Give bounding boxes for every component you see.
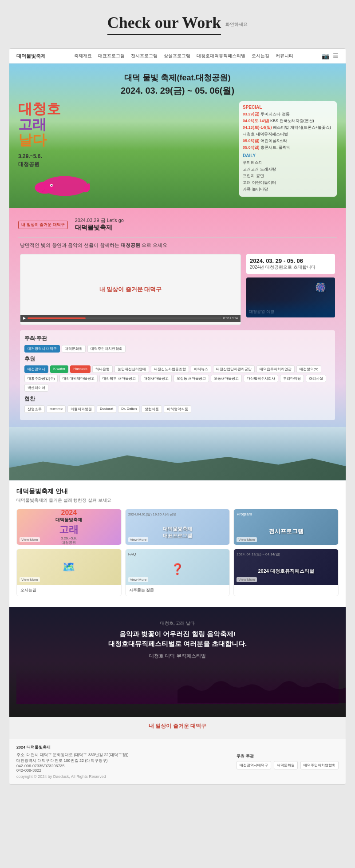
sp-18: 조리시설 — [306, 375, 326, 382]
dark-section: 대청호, 고래 날다 음악과 벚꽃이 어우러진 힐링 음악축제! 대청호대뮤직페… — [9, 607, 346, 717]
hero-left: 대청호 고래 날다 3.29.~5.6. 대청공원 — [18, 101, 235, 199]
date-badge: 2024. 03. 29 - 05. 06 2024년 대청공원으로 초대합니다 — [246, 254, 335, 274]
video-play-icon[interactable]: ▶ — [23, 316, 26, 320]
sp-5: 대전신노사협동조합 — [151, 365, 189, 373]
footer-host-label: 주최·주관 대전광역시대덕구 대덕문화원 대덕주민자치연합회 — [237, 753, 339, 769]
sp-3: 하나은행 — [92, 365, 113, 373]
menu-icon[interactable]: ☰ — [333, 52, 339, 59]
card-view-3[interactable]: View More — [20, 577, 40, 582]
host-label: 주최·주관 — [24, 335, 331, 342]
card-label-1: 2024.04.01(일) 19:30 시작공연 — [128, 512, 177, 517]
footer-banner: 내 일상이 즐거운 대덕구 — [9, 717, 346, 739]
sp-16: 다산밸락수시회사 — [244, 375, 278, 382]
nav-item-5[interactable]: 오시는길 — [252, 53, 269, 59]
divider — [18, 237, 337, 238]
info-card-1[interactable]: 2024.04.01(일) 19:30 시작공연 대덕물빛축제대표프로그램 Vi… — [125, 509, 230, 545]
dark-brand: 대청호 대덕 뮤직페스티벌 — [16, 653, 339, 659]
hero-title: 대덕 물빛 축제(feat.대청공원) — [18, 72, 337, 83]
sponsor-label: 후원 — [24, 355, 331, 363]
fireworks-decoration: 🎆 — [315, 282, 326, 293]
instagram-icon[interactable]: 📷 — [322, 52, 329, 59]
card-view-0[interactable]: View More — [20, 537, 40, 542]
page-title: Check our Work — [107, 13, 221, 35]
festival-date-lets-go: 2024.03.29 금 Let's go — [75, 217, 124, 224]
video-progress-bar[interactable] — [28, 317, 221, 319]
cl-0: 산영소주 — [24, 405, 45, 413]
hero-text-3: 날다 — [18, 132, 47, 148]
hero-schedule: SPECIAL 03.29(금) 루미페스타 점등 04.06(토-14일) K… — [239, 101, 337, 199]
footer-logo-2: 대덕주민자치연합회 — [300, 761, 339, 769]
host-0: 대전광역시 대덕구 — [24, 345, 60, 353]
nav-items: 축제개요 대표프로그램 전시프로그램 상설프로그램 대청호대덕뮤직페스티벌 오시… — [53, 53, 315, 59]
daily-0: 루미페스디 — [243, 160, 333, 166]
info-title: 대덕물빛축제 안내 — [16, 488, 339, 495]
cl-6: 이히영약식품 — [164, 405, 191, 413]
svg-point-1 — [35, 182, 55, 194]
festival-intro: 내 일상이 즐거운 대덕구 2024.03.29 금 Let's go 대덕물빛… — [18, 217, 337, 232]
footer-logo-0: 대전광역시대덕구 — [237, 761, 271, 769]
collab-label: 협찬 — [24, 395, 331, 403]
collab-section: 협찬 산영소주 memmo 아웰지과방원 Doctorat Dr. Delion… — [24, 395, 331, 413]
card-view-1[interactable]: View More — [128, 537, 149, 542]
sp-10: 대홍주화공업(주) — [24, 375, 58, 382]
sp-7: 대전산업단지관리공단 — [213, 365, 255, 373]
nav-item-0[interactable]: 축제개요 — [74, 53, 92, 59]
card-img-program2: Program 전시프로그램 View More — [234, 509, 338, 545]
sp-11: 대전대덕체마을공고 — [59, 375, 98, 382]
page-header: Check our Work 화인하세요 — [0, 0, 355, 44]
schedule-item-2: 04.13(토)-14(일) 페스티벌 개막식(드론쇼+불꽃쇼) — [243, 125, 333, 131]
nav-item-4[interactable]: 대청호대덕뮤직페스티벌 — [197, 53, 245, 59]
host-2: 대덕주민자치연합회 — [87, 345, 126, 353]
lake-section — [9, 427, 346, 480]
info-card-0[interactable]: 2024 대덕물빛축제 고래 3.29.~5.6. 대청공원 View More — [16, 509, 122, 545]
footer-right: 주최·주관 대전광역시대덕구 대덕문화원 대덕주민자치연합회 — [237, 745, 339, 779]
info-subtitle: 대덕물빛축제의 즐거운 설레 행한정 살펴 보세요 — [16, 497, 339, 503]
nav-item-3[interactable]: 상설프로그램 — [164, 53, 190, 59]
hero-banner: 대덕 물빛 축제(feat.대청공원) 2024. 03. 29(금) ~ 05… — [9, 63, 346, 208]
video-controls: ▶ 0:00 / 3:24 — [20, 315, 241, 322]
video-box[interactable]: 내 일상이 즐거운 대덕구 ▶ 0:00 / 3:24 — [20, 254, 241, 325]
daily-1: 고래고래 노래자랑 — [243, 166, 333, 172]
daily-3: 고래 어린이놀이터 — [243, 180, 333, 186]
nav-logo: 대덕물빛축제 — [16, 53, 46, 59]
card-body-4: 자주묻는 질문 — [126, 585, 230, 596]
sp-9: 대전창의(S) — [296, 365, 322, 373]
host-1: 대덕문화원 — [62, 345, 86, 353]
night-photo: 🎆 대청공원 야경 — [246, 277, 335, 317]
daily-4: 가족 놀이마당 — [243, 186, 333, 192]
festival-desc: 낭만적인 빛의 향연과 음악의 선율이 함께하는 대청공원 으로 오세요 — [18, 242, 337, 249]
info-grid-bottom: 🗺️ View More 오시는길 FAQ ❓ View More 자주묻 — [16, 549, 339, 596]
video-time: 0:00 / 3:24 — [223, 317, 238, 320]
sp-4: 농민대선산리연대 — [114, 365, 149, 373]
dark-content: 대청호, 고래 날다 음악과 벚꽃이 어우러진 힐링 음악축제! 대청호대뮤직페… — [16, 620, 339, 659]
nav-item-1[interactable]: 대표프로그램 — [98, 53, 125, 59]
nav-icons: 📷 ☰ — [322, 52, 339, 59]
info-card-3[interactable]: 🗺️ View More 오시는길 — [16, 549, 122, 596]
date-badge-sub: 2024년 대청공원으로 초대합니다 — [250, 264, 331, 270]
footer-festival-title: 2024 대덕물빛축제 — [16, 745, 228, 750]
info-card-4[interactable]: FAQ ❓ View More 자주묻는 질문 — [125, 549, 230, 596]
card-img-music: 2024. 04.13(토) ~ 04.14(일) 2024 대청호유직페스티벌… — [234, 549, 338, 585]
nav-item-2[interactable]: 전시프로그램 — [131, 53, 158, 59]
nav-item-6[interactable]: 커뮤니티 — [276, 53, 293, 59]
hero-text-big: 대청호 고래 날다 — [18, 101, 235, 148]
info-card-5[interactable]: 2024. 04.13(토) ~ 04.14(일) 2024 대청호유직페스티벌… — [233, 549, 339, 596]
card-view-4[interactable]: View More — [128, 577, 149, 582]
hero-content: 대청호 고래 날다 3.29.~5.6. 대청공원 — [18, 101, 337, 199]
sponsor-logos: 대전광역시 K water Hankook 하나은행 농민대선산리연대 대전신노… — [24, 365, 331, 392]
video-container: 내 일상이 즐거운 대덕구 ▶ 0:00 / 3:24 — [20, 254, 241, 325]
card-img-program: 2024.04.01(일) 19:30 시작공연 대덕물빛축제대표프로그램 Vi… — [126, 509, 230, 545]
footer-tel2: 042-008-3822 — [16, 768, 228, 773]
footer-banner-logo: 내 일상이 즐거운 대덕구 — [16, 722, 339, 730]
info-grid-top: 2024 대덕물빛축제 고래 3.29.~5.6. 대청공원 View More… — [16, 509, 339, 545]
card-view-5[interactable]: View More — [237, 577, 257, 582]
sp-1: K water — [50, 365, 68, 373]
festival-logo: 내 일상이 즐거운 대덕구 — [18, 221, 68, 229]
card-view-2[interactable]: View More — [237, 537, 257, 542]
info-card-2[interactable]: Program 전시프로그램 View More — [233, 509, 339, 545]
footer-tel1: 042-006-07335/073206735 — [16, 764, 228, 768]
schedule-item-0: 03.29(금) 루미페스타 점등 — [243, 111, 333, 117]
cl-2: 아웰지과방원 — [67, 405, 95, 413]
info-section: 대덕물빛축제 안내 대덕물빛축제의 즐거운 설레 행한정 살펴 보세요 2024… — [9, 480, 346, 607]
hero-venue-name: 대청공원 — [18, 161, 39, 167]
